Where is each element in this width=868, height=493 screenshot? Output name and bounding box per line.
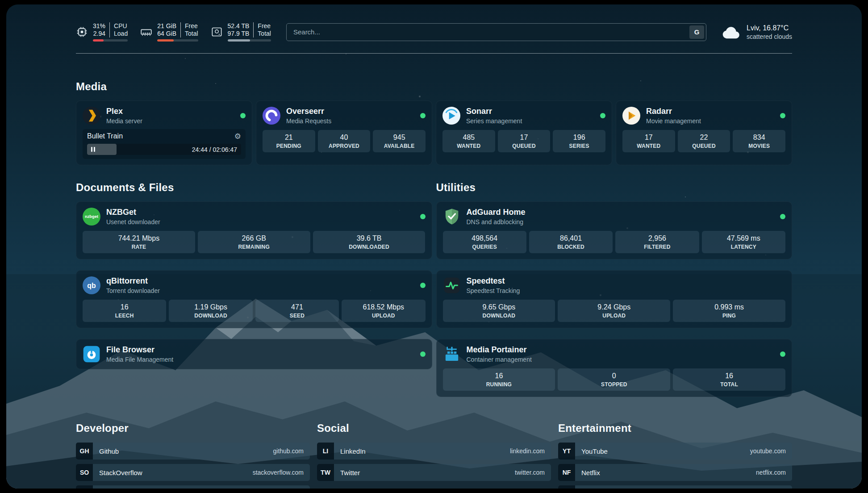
stat-value: 9.24 Gbps (559, 303, 668, 311)
stat-value: 266 GB (200, 234, 309, 242)
stat-value: 945 (375, 134, 424, 142)
app-subtitle: Torrent downloader (106, 287, 160, 294)
filebrowser-card[interactable]: File Browser Media File Management (76, 339, 432, 369)
bookmark-linkedin[interactable]: LI LinkedIn linkedin.com (317, 443, 551, 460)
stat-label: QUEUED (500, 143, 549, 149)
bookmark-url: twitter.com (515, 469, 545, 476)
pause-icon[interactable] (91, 147, 95, 152)
disk-progress-bar (228, 39, 271, 42)
stat-label: DOWNLOAD (445, 313, 554, 319)
stat-box: 1.19 Gbps DOWNLOAD (169, 300, 252, 322)
stat-value: 2,956 (617, 234, 697, 242)
bookmark-twitter[interactable]: TW Twitter twitter.com (317, 464, 551, 481)
playback-progress-bar[interactable]: 24:44 / 02:06:47 (87, 144, 241, 155)
stat-box: 16 TOTAL (673, 368, 785, 391)
search-engine-button[interactable]: G (689, 25, 704, 39)
stat-value: 0 (559, 372, 668, 380)
entertainment-section-title: Entertainment (558, 422, 792, 435)
app-subtitle: Container management (467, 356, 532, 363)
bookmark-dev[interactable]: DT DEV dev.to (76, 485, 310, 489)
developer-section-title: Developer (76, 422, 310, 435)
stat-value: 39.6 TB (315, 234, 424, 242)
stat-label: UPLOAD (559, 313, 668, 319)
disk-icon (211, 26, 223, 38)
cpu-progress-fill (93, 39, 104, 42)
cpu-icon (76, 26, 88, 38)
stat-box: 471 SEED (255, 300, 339, 322)
stat-label: APPROVED (320, 143, 369, 149)
stat-box: 266 GB REMAINING (198, 231, 310, 253)
bookmark-reddit[interactable]: RE Reddit reddit.com (558, 485, 792, 489)
stat-box: 196 SERIES (553, 130, 605, 152)
weather-widget: Lviv, 16.87°C scattered clouds (722, 24, 792, 41)
bookmark-github[interactable]: GH Github github.com (76, 443, 310, 460)
bookmark-stackoverflow[interactable]: SO StackOverflow stackoverflow.com (76, 464, 310, 481)
nzbget-card[interactable]: nzbget NZBGet Usenet downloader 744.21 M… (76, 201, 432, 259)
app-name: Overseerr (286, 107, 331, 116)
status-online-dot (420, 214, 426, 219)
weather-condition: scattered clouds (747, 33, 792, 41)
app-name: Media Portainer (467, 345, 532, 355)
app-name: AdGuard Home (467, 208, 526, 217)
plex-card[interactable]: Plex Media server Bullet Train ⚙ (76, 100, 252, 165)
stat-box: 9.65 Gbps DOWNLOAD (443, 300, 555, 322)
sonarr-icon (442, 107, 460, 125)
ram-progress-fill (157, 39, 174, 42)
stat-label: STOPPED (559, 381, 668, 388)
stat-value: 196 (555, 134, 604, 142)
status-online-dot (780, 351, 785, 357)
search-input[interactable] (286, 23, 706, 41)
adguard-card[interactable]: AdGuard Home DNS and adblocking 498,564 … (436, 201, 793, 259)
bookmark-url: youtube.com (750, 447, 786, 455)
github-icon: GH (76, 443, 93, 460)
app-name: Plex (106, 107, 142, 116)
sonarr-card[interactable]: Sonarr Series management 485 WANTED 17 Q… (436, 100, 612, 165)
radarr-card[interactable]: Radarr Movie management 17 WANTED 22 QUE… (616, 100, 792, 165)
ram-widget: 21 GiB 64 GiB Free Total (140, 22, 198, 42)
stat-value: 40 (320, 134, 369, 142)
bookmark-netflix[interactable]: NF Netflix netflix.com (558, 464, 792, 481)
linkedin-icon: LI (317, 443, 334, 460)
stat-box: 40 APPROVED (318, 130, 371, 152)
app-name: Speedtest (467, 276, 520, 286)
stat-label: MOVIES (734, 143, 784, 149)
snow-specks (6, 4, 7, 5)
bookmark-youtube[interactable]: YT YouTube youtube.com (558, 443, 792, 460)
cpu-widget: 31% 2.94 CPU Load (76, 22, 128, 42)
stat-label: FILTERED (617, 244, 697, 250)
app-subtitle: Media Requests (286, 117, 331, 125)
now-playing-title: Bullet Train (87, 132, 123, 140)
search-bar: G (286, 23, 706, 41)
stat-label: TOTAL (675, 381, 784, 388)
svg-text:nzbget: nzbget (85, 214, 98, 219)
stat-value: 22 (680, 134, 729, 142)
speedtest-card[interactable]: Speedtest Speedtest Tracking 9.65 Gbps D… (436, 270, 793, 328)
qbittorrent-card[interactable]: qb qBittorrent Torrent downloader 16 (76, 270, 432, 328)
status-online-dot (600, 113, 605, 118)
svg-text:qb: qb (87, 282, 96, 289)
section-media: Media Plex Media server (76, 80, 792, 165)
disk-widget: 52.4 TB 97.9 TB Free Total (211, 22, 271, 42)
bookmark-url: stackoverflow.com (253, 469, 304, 476)
stat-label: BLOCKED (531, 244, 611, 250)
app-subtitle: Usenet downloader (106, 218, 160, 226)
stat-box: 0.993 ms PING (673, 300, 785, 322)
stat-box: 17 WANTED (622, 130, 675, 152)
header-divider (76, 53, 792, 54)
dev-icon: DT (76, 485, 93, 489)
documents-section-title: Documents & Files (76, 181, 432, 194)
overseerr-card[interactable]: Overseerr Media Requests 21 PENDING 40 A… (256, 100, 432, 165)
portainer-card[interactable]: Media Portainer Container management 16 … (436, 339, 793, 397)
bookmark-name: Github (99, 447, 119, 455)
stat-box: 39.6 TB DOWNLOADED (313, 231, 426, 253)
disk-free: 52.4 TB (228, 22, 250, 30)
stat-box: 834 MOVIES (733, 130, 785, 152)
app-subtitle: Movie management (646, 117, 701, 125)
gear-icon[interactable]: ⚙ (234, 133, 241, 140)
disk-total: 97.9 TB (228, 30, 250, 38)
stat-box: 22 QUEUED (678, 130, 730, 152)
bookmark-name: Netflix (581, 469, 600, 476)
dashboard-screen: 31% 2.94 CPU Load (6, 4, 862, 489)
status-online-dot (780, 214, 785, 219)
stat-value: 17 (624, 134, 673, 142)
